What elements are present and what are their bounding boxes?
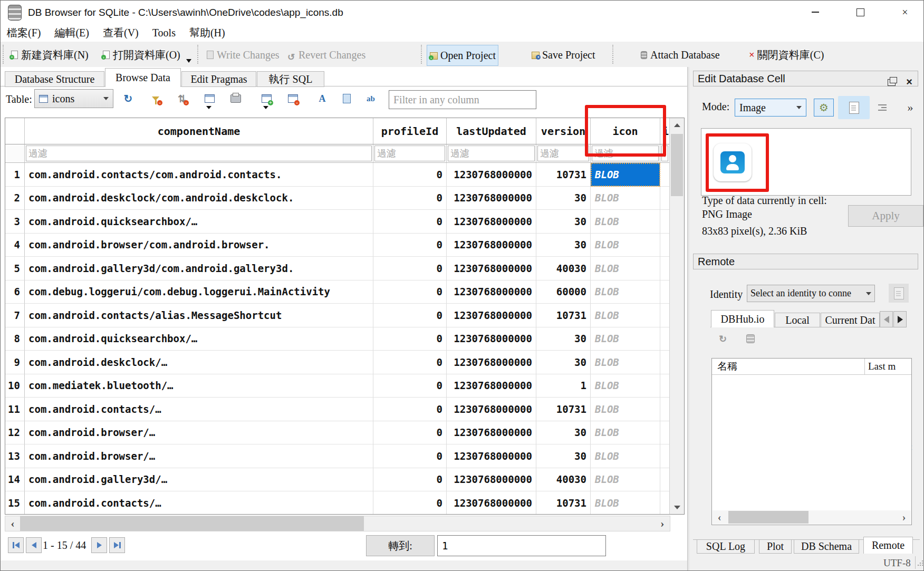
cell-componentName[interactable]: com.android.contacts/…	[25, 398, 373, 421]
filter-overflow-input[interactable]	[661, 146, 668, 161]
scroll-up-button[interactable]	[670, 118, 684, 132]
open-project-button[interactable]: › Open Project	[427, 45, 498, 66]
cell-componentName[interactable]: com.debug.loggerui/com.debug.loggerui.Ma…	[25, 280, 373, 304]
cell-lastUpdated[interactable]: 1230768000000	[447, 304, 536, 327]
tab-execute-sql[interactable]: 執行 SQL	[257, 71, 324, 87]
word-wrap-button[interactable]	[874, 99, 891, 117]
row-number[interactable]: 6	[5, 280, 25, 304]
cell-icon-blob[interactable]: BLOB	[591, 234, 660, 257]
cell-icon-blob[interactable]: BLOB	[591, 421, 660, 445]
new-database-button[interactable]: + 新建資料庫(N)	[8, 45, 91, 65]
cell-overflow[interactable]	[660, 234, 670, 257]
cell-lastUpdated[interactable]: 1230768000000	[447, 444, 536, 468]
cell-icon-blob[interactable]: BLOB	[591, 398, 660, 421]
header-lastUpdated[interactable]: lastUpdated	[447, 118, 536, 144]
tab-remote[interactable]: Remote	[863, 537, 913, 554]
row-number[interactable]: 7	[5, 304, 25, 327]
scroll-down-button[interactable]	[670, 500, 684, 514]
cell-lastUpdated[interactable]: 1230768000000	[447, 374, 536, 398]
cell-overflow[interactable]	[660, 257, 670, 280]
cell-lastUpdated[interactable]: 1230768000000	[447, 187, 536, 210]
cell-overflow[interactable]	[660, 421, 670, 445]
maximize-button[interactable]	[848, 4, 872, 21]
cell-icon-blob[interactable]: BLOB	[591, 444, 660, 468]
cell-profileId[interactable]: 0	[373, 234, 447, 257]
cell-componentName[interactable]: com.android.contacts/alias.MessageShortc…	[25, 304, 373, 327]
cell-lastUpdated[interactable]: 1230768000000	[447, 210, 536, 234]
tab-edit-pragmas[interactable]: Edit Pragmas	[181, 71, 256, 87]
cell-version[interactable]: 10731	[536, 398, 591, 421]
font-button[interactable]: A	[315, 91, 330, 106]
filter-version-input[interactable]	[537, 146, 589, 161]
goto-record-input[interactable]	[437, 535, 606, 556]
cell-profileId[interactable]: 0	[373, 468, 447, 492]
tab-db-schema[interactable]: DB Schema	[794, 539, 859, 554]
scroll-left-button[interactable]: ‹	[713, 510, 726, 524]
header-profileId[interactable]: profileId	[373, 118, 447, 144]
header-overflow[interactable]: ic	[660, 118, 670, 144]
filter-any-column-input[interactable]	[389, 90, 536, 109]
cell-version[interactable]: 30	[536, 210, 591, 234]
cell-profileId[interactable]: 0	[373, 280, 447, 304]
remote-tab-local[interactable]: Local	[775, 313, 820, 327]
cell-lastUpdated[interactable]: 1230768000000	[447, 163, 536, 187]
print-button[interactable]	[228, 91, 243, 106]
last-record-button[interactable]	[109, 537, 125, 553]
remote-col-last-modified[interactable]: Last m	[865, 361, 911, 372]
cell-overflow[interactable]	[660, 398, 670, 421]
row-number[interactable]: 13	[5, 444, 25, 468]
filter-lastUpdated-input[interactable]	[448, 146, 535, 161]
close-button[interactable]: ×	[893, 4, 917, 21]
menu-file[interactable]: 檔案(F)	[7, 26, 41, 40]
cell-version[interactable]: 10731	[536, 163, 591, 187]
cell-componentName[interactable]: com.android.contacts/com.android.contact…	[25, 163, 373, 187]
open-database-button[interactable]: › 打開資料庫(O)	[100, 45, 182, 65]
first-record-button[interactable]	[8, 537, 24, 553]
cell-icon-blob[interactable]: BLOB	[591, 327, 660, 351]
cell-componentName[interactable]: com.android.quicksearchbox/…	[25, 327, 373, 351]
cell-overflow[interactable]	[660, 210, 670, 234]
insert-record-dropdown[interactable]	[263, 106, 268, 109]
attach-database-button[interactable]: Attach Database	[637, 45, 722, 65]
row-number[interactable]: 14	[5, 468, 25, 492]
cell-overflow[interactable]	[660, 444, 670, 468]
cell-version[interactable]: 40030	[536, 257, 591, 280]
close-panel-icon[interactable]: ×	[906, 76, 912, 88]
cell-profileId[interactable]: 0	[373, 327, 447, 351]
row-number[interactable]: 2	[5, 187, 25, 210]
save-table-button[interactable]	[202, 91, 217, 106]
menu-tools[interactable]: Tools	[152, 27, 176, 39]
delete-record-button[interactable]: -	[285, 91, 300, 106]
clone-database-button[interactable]	[889, 284, 909, 303]
insert-record-button[interactable]: +	[259, 91, 274, 106]
remote-refresh-button[interactable]: ↻	[719, 333, 727, 345]
cell-icon-blob[interactable]: BLOB	[591, 210, 660, 234]
mode-select[interactable]: Image	[735, 99, 806, 117]
close-database-button[interactable]: × 關閉資料庫(C)	[747, 45, 826, 65]
table-select[interactable]: icons	[34, 89, 113, 108]
cell-componentName[interactable]: com.mediatek.bluetooth/…	[25, 374, 373, 398]
row-number[interactable]: 9	[5, 351, 25, 374]
cell-lastUpdated[interactable]: 1230768000000	[447, 280, 536, 304]
cell-componentName[interactable]: com.android.browser/com.android.browser.	[25, 234, 373, 257]
cell-componentName[interactable]: com.android.contacts/…	[25, 491, 373, 514]
cell-profileId[interactable]: 0	[373, 210, 447, 234]
cell-profileId[interactable]: 0	[373, 491, 447, 514]
horizontal-scrollbar[interactable]: ‹ ›	[5, 516, 670, 531]
cell-version[interactable]: 30	[536, 421, 591, 445]
revert-changes-button[interactable]: ↺ Revert Changes	[285, 45, 368, 65]
cell-profileId[interactable]: 0	[373, 444, 447, 468]
filter-componentName-input[interactable]	[26, 146, 372, 161]
cell-lastUpdated[interactable]: 1230768000000	[447, 257, 536, 280]
remote-scrollbar-thumb[interactable]	[728, 511, 808, 524]
cell-version[interactable]: 1	[536, 374, 591, 398]
text-encoding-button[interactable]: ab	[363, 91, 378, 106]
cell-componentName[interactable]: com.android.deskclock/com.android.deskcl…	[25, 187, 373, 210]
remote-horizontal-scrollbar[interactable]: ‹ ›	[713, 510, 911, 524]
goto-button[interactable]: 轉到:	[366, 535, 435, 556]
import-export-button[interactable]: ⚙	[814, 99, 834, 117]
save-project-button[interactable]: ▪ Save Project	[529, 45, 598, 65]
scroll-left-button[interactable]: ‹	[5, 516, 20, 531]
tab-scroll-right-button[interactable]	[893, 311, 907, 327]
cell-overflow[interactable]	[660, 163, 670, 187]
